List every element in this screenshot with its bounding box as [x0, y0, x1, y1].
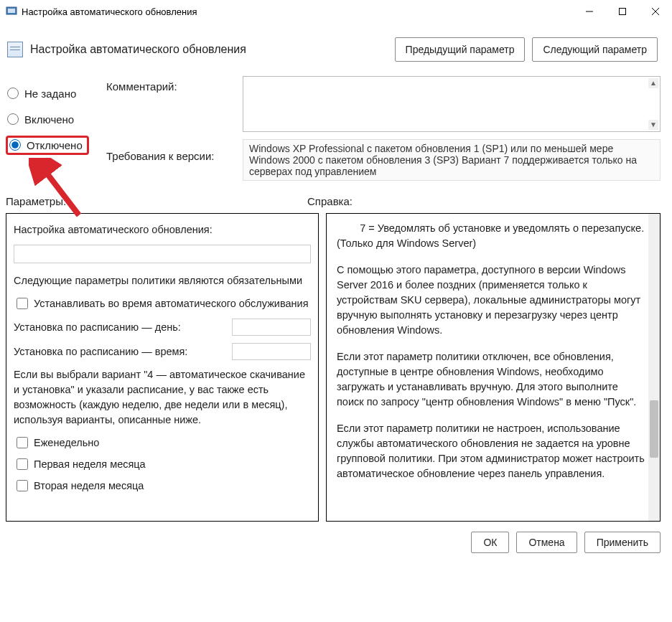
- help-scrollbar[interactable]: [648, 214, 660, 521]
- schedule-day-label: Установка по расписанию — день:: [14, 320, 232, 335]
- schedule-time-label: Установка по расписанию — время:: [14, 344, 232, 359]
- title-bar: Настройка автоматического обновления: [0, 0, 672, 23]
- checkbox-second-week[interactable]: [17, 480, 28, 491]
- requirements-text: Windows XP Professional с пакетом обновл…: [243, 139, 661, 181]
- update-config-dropdown[interactable]: [14, 245, 311, 263]
- help-paragraph-4: Если этот параметр политики не настроен,…: [337, 421, 645, 481]
- previous-setting-button[interactable]: Предыдущий параметр: [395, 37, 526, 62]
- cancel-button[interactable]: Отмена: [516, 532, 577, 553]
- checkbox-weekly-label: Еженедельно: [34, 435, 99, 451]
- state-radio-group: Не задано Включено Отключено: [6, 76, 106, 181]
- checkbox-first-week[interactable]: [17, 458, 28, 470]
- schedule-day-dropdown[interactable]: [232, 319, 311, 336]
- close-button[interactable]: [639, 0, 672, 23]
- maximize-button[interactable]: [606, 0, 639, 23]
- schedule-time-dropdown[interactable]: [232, 343, 311, 360]
- options-following-text: Следующие параметры политики являются об…: [14, 273, 311, 288]
- help-paragraph-1: 7 = Уведомлять об установке и уведомлять…: [337, 221, 645, 251]
- checkbox-first-week-label: Первая неделя месяца: [34, 457, 146, 472]
- minimize-button[interactable]: [573, 0, 606, 23]
- svg-rect-1: [8, 9, 15, 13]
- help-section-label: Справка:: [307, 195, 353, 207]
- radio-disabled[interactable]: [9, 139, 21, 151]
- comment-textarea[interactable]: ▲ ▼: [243, 76, 661, 132]
- app-icon: [6, 6, 17, 17]
- window-title: Настройка автоматического обновления: [22, 6, 573, 17]
- scroll-down-icon[interactable]: ▼: [648, 120, 658, 130]
- checkbox-install-during-maintenance[interactable]: [17, 298, 28, 309]
- checkbox-second-week-label: Вторая неделя месяца: [34, 479, 144, 494]
- radio-enabled-label: Включено: [24, 113, 74, 126]
- options-title: Настройка автоматического обновления:: [14, 222, 311, 237]
- help-paragraph-2: С помощью этого параметра, доступного в …: [337, 263, 645, 338]
- options-note: Если вы выбрали вариант "4 — автоматичес…: [14, 367, 311, 428]
- ok-button[interactable]: ОК: [471, 532, 509, 553]
- options-section-label: Параметры:: [6, 195, 307, 207]
- radio-enabled[interactable]: [7, 113, 19, 125]
- policy-title: Настройка автоматического обновления: [30, 43, 395, 56]
- checkbox-weekly[interactable]: [17, 437, 28, 448]
- radio-not-configured-label: Не задано: [24, 88, 76, 100]
- comment-label: Комментарий:: [106, 80, 243, 93]
- help-pane: 7 = Уведомлять об установке и уведомлять…: [326, 213, 661, 522]
- radio-not-configured[interactable]: [7, 88, 19, 99]
- highlight-annotation: Отключено: [6, 136, 89, 155]
- policy-icon: [7, 42, 23, 57]
- options-pane: Настройка автоматического обновления: Сл…: [6, 213, 319, 522]
- checkbox-install-during-maintenance-label: Устанавливать во время автоматического о…: [34, 296, 309, 311]
- dialog-footer: ОК Отмена Применить: [0, 522, 672, 553]
- policy-header: Настройка автоматического обновления Пре…: [0, 23, 672, 69]
- radio-disabled-label: Отключено: [27, 139, 83, 151]
- help-scrollbar-thumb[interactable]: [650, 400, 658, 458]
- next-setting-button[interactable]: Следующий параметр: [532, 37, 658, 62]
- help-paragraph-3: Если этот параметр политики отключен, вс…: [337, 349, 645, 410]
- scroll-up-icon[interactable]: ▲: [648, 78, 658, 88]
- apply-button[interactable]: Применить: [584, 532, 661, 553]
- requirements-label: Требования к версии:: [106, 150, 243, 162]
- svg-rect-3: [620, 9, 626, 15]
